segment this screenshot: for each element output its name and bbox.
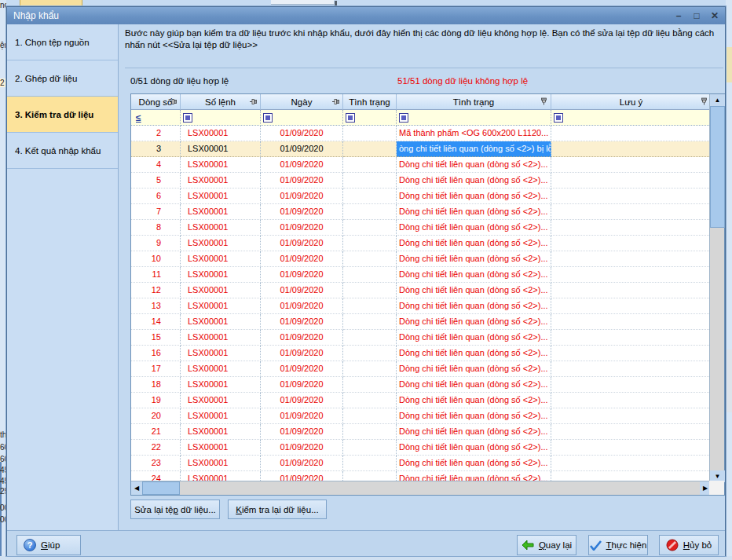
table-cell-error[interactable]: Dòng chi tiết liên quan (dòng số <2>)... [397,424,551,440]
vertical-scrollbar[interactable]: ▲ ▼ [709,94,724,482]
execute-button[interactable]: Thực hiện [588,535,648,555]
table-cell-date[interactable]: 01/09/2020 [261,220,343,236]
table-cell-status[interactable] [343,236,397,251]
table-cell-line[interactable]: 22 [131,440,181,456]
table-cell-line[interactable]: 14 [131,314,181,330]
table-cell-error[interactable]: Dòng chi tiết liên quan (dòng số <2>)... [397,440,551,456]
table-cell-status[interactable] [343,173,397,188]
table-cell-date[interactable]: 01/09/2020 [261,126,343,141]
table-cell-status[interactable] [343,283,397,298]
table-cell-date[interactable]: 01/09/2020 [261,173,343,188]
table-cell-note[interactable] [551,346,711,361]
fix-data-file-button[interactable]: Sửa lại tệp dữ liệu... [130,500,220,519]
help-button[interactable]: ? Giúp [16,535,81,555]
table-cell-status[interactable] [343,204,397,220]
filter-condition-icon[interactable] [346,113,355,123]
table-cell-error[interactable]: Dòng chi tiết liên quan (dòng số <2>)... [397,204,551,220]
table-cell-note[interactable] [551,283,711,298]
table-cell-error[interactable]: Mã thành phẩm <OG 600x200 L1120... [397,126,551,141]
table-cell-status[interactable] [343,440,397,456]
step-ket-qua-nhap-khau[interactable]: 4. Kết quả nhập khẩu [7,133,118,169]
table-cell-error[interactable]: Dòng chi tiết liên quan (dòng số <2>)... [397,361,551,377]
table-cell-note[interactable] [551,188,711,204]
table-cell-order[interactable]: LSX00001 [181,346,261,361]
table-cell-error[interactable]: Dòng chi tiết liên quan (dòng số <2>)... [397,456,551,471]
table-cell-date[interactable]: 01/09/2020 [261,267,343,283]
table-cell-status[interactable] [343,377,397,393]
close-icon[interactable]: ✕ [709,10,720,21]
table-cell-order[interactable]: LSX00001 [181,393,261,408]
dialog-titlebar[interactable]: Nhập khẩu – □ ✕ [7,7,725,24]
filter-cell-tinh-trang-1[interactable] [343,110,397,126]
table-cell-status[interactable] [343,456,397,471]
table-cell-order[interactable]: LSX00001 [181,141,261,157]
table-cell-order[interactable]: LSX00001 [181,204,261,220]
table-row[interactable]: 16LSX0000101/09/2020Dòng chi tiết liên q… [131,346,711,361]
table-cell-line[interactable]: 19 [131,393,181,408]
table-cell-date[interactable]: 01/09/2020 [261,251,343,267]
table-cell-status[interactable] [343,408,397,424]
table-cell-line[interactable]: 8 [131,220,181,236]
table-cell-note[interactable] [551,220,711,236]
table-cell-note[interactable] [551,251,711,267]
recheck-data-button[interactable]: Kiểm tra lại dữ liệu... [228,500,327,519]
table-cell-date[interactable]: 01/09/2020 [261,188,343,204]
table-cell-order[interactable]: LSX00001 [181,188,261,204]
table-cell-date[interactable]: 01/09/2020 [261,424,343,440]
table-cell-error[interactable]: Dòng chi tiết liên quan (dòng số <2>)... [397,377,551,393]
table-cell-date[interactable]: 01/09/2020 [261,440,343,456]
table-row[interactable]: 4LSX0000101/09/2020Dòng chi tiết liên qu… [131,157,711,173]
table-cell-error[interactable]: Dòng chi tiết liên quan (dòng số <2>)... [397,251,551,267]
table-cell-date[interactable]: 01/09/2020 [261,361,343,377]
filter-cell-so-lenh[interactable] [181,110,261,126]
table-cell-error[interactable]: Dòng chi tiết liên quan (dòng số <2>)... [397,330,551,346]
table-cell-order[interactable]: LSX00001 [181,283,261,298]
table-cell-line[interactable]: 7 [131,204,181,220]
table-cell-note[interactable] [551,377,711,393]
table-cell-status[interactable] [343,314,397,330]
table-cell-date[interactable]: 01/09/2020 [261,377,343,393]
table-cell-line[interactable]: 6 [131,188,181,204]
step-chon-tep-nguon[interactable]: 1. Chọn tệp nguồn [7,24,118,60]
table-cell-error[interactable]: Dòng chi tiết liên quan (dòng số <2>)... [397,236,551,251]
table-cell-note[interactable] [551,456,711,471]
table-cell-error[interactable]: Dòng chi tiết liên quan (dòng số <2>)... [397,346,551,361]
table-cell-date[interactable]: 01/09/2020 [261,141,343,157]
table-cell-date[interactable]: 01/09/2020 [261,298,343,314]
table-cell-date[interactable]: 01/09/2020 [261,393,343,408]
table-cell-order[interactable]: LSX00001 [181,298,261,314]
pushpin-icon[interactable] [331,97,340,106]
table-cell-note[interactable] [551,424,711,440]
table-cell-order[interactable]: LSX00001 [181,408,261,424]
table-row[interactable]: 22LSX0000101/09/2020Dòng chi tiết liên q… [131,440,711,456]
cancel-button[interactable]: Hủy bỏ [659,535,719,555]
scroll-up-icon[interactable]: ▲ [710,94,725,106]
pushpin-pinned-icon[interactable] [700,97,708,106]
table-cell-note[interactable] [551,141,711,157]
table-cell-error[interactable]: Dòng chi tiết liên quan (dòng số <2>)... [397,408,551,424]
table-cell-date[interactable]: 01/09/2020 [261,346,343,361]
table-row[interactable]: 15LSX0000101/09/2020Dòng chi tiết liên q… [131,330,711,346]
table-row[interactable]: 7LSX0000101/09/2020Dòng chi tiết liên qu… [131,204,711,220]
table-cell-order[interactable]: LSX00001 [181,157,261,173]
table-cell-line[interactable]: 15 [131,330,181,346]
table-row[interactable]: 19LSX0000101/09/2020Dòng chi tiết liên q… [131,393,711,408]
table-cell-note[interactable] [551,173,711,188]
table-cell-note[interactable] [551,126,711,141]
column-header-luu-y[interactable]: Lưu ý [551,94,711,110]
scroll-left-icon[interactable]: ◀ [131,481,142,495]
table-cell-line[interactable]: 20 [131,408,181,424]
table-cell-note[interactable] [551,157,711,173]
filter-cell-luu-y[interactable] [551,110,711,126]
table-cell-status[interactable] [343,126,397,141]
table-cell-error[interactable]: Dòng chi tiết liên quan (dòng số <2>)... [397,267,551,283]
table-cell-order[interactable]: LSX00001 [181,251,261,267]
table-row[interactable]: 21LSX0000101/09/2020Dòng chi tiết liên q… [131,424,711,440]
maximize-icon[interactable]: □ [691,10,702,21]
table-cell-status[interactable] [343,298,397,314]
column-header-tinh-trang-1[interactable]: Tình trạng [343,94,397,110]
table-cell-line[interactable]: 18 [131,377,181,393]
table-cell-date[interactable]: 01/09/2020 [261,314,343,330]
table-cell-line[interactable]: 10 [131,251,181,267]
table-cell-order[interactable]: LSX00001 [181,173,261,188]
